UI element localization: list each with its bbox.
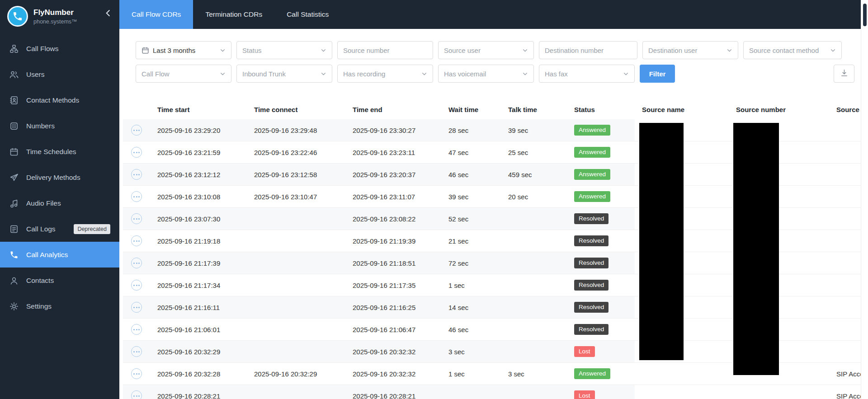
cell-time-end: 2025-09-16 21:06:47 bbox=[345, 319, 441, 340]
filter-button[interactable]: Filter bbox=[640, 65, 675, 83]
cell-actions bbox=[123, 319, 150, 340]
cell-source-number bbox=[729, 385, 829, 399]
destination-user-select[interactable]: Destination user bbox=[642, 41, 738, 59]
source-user-select[interactable]: Source user bbox=[438, 41, 534, 59]
row-actions-icon[interactable] bbox=[131, 258, 142, 268]
has-recording-select[interactable]: Has recording bbox=[337, 65, 433, 83]
cell-wait: 3 sec bbox=[441, 341, 501, 362]
row-actions-icon[interactable] bbox=[131, 235, 142, 246]
column-header-wait-time: Wait time bbox=[441, 99, 501, 119]
cell-talk bbox=[501, 230, 567, 252]
sidebar-item-settings[interactable]: Settings bbox=[0, 293, 119, 319]
cell-time-end: 2025-09-16 23:11:07 bbox=[345, 186, 441, 207]
cell-status: Lost bbox=[567, 385, 635, 399]
row-actions-icon[interactable] bbox=[131, 213, 142, 224]
cell-actions bbox=[123, 208, 150, 230]
chevron-down-icon bbox=[522, 71, 528, 77]
sidebar-item-time-schedules[interactable]: Time Schedules bbox=[0, 139, 119, 164]
cell-talk bbox=[501, 341, 567, 362]
sidebar-item-label: Call Flows bbox=[26, 45, 58, 53]
cell-actions bbox=[123, 363, 150, 385]
cell-talk: 3 sec bbox=[501, 363, 567, 385]
table-header-row: Time startTime connectTime endWait timeT… bbox=[123, 99, 868, 119]
status-badge: Answered bbox=[574, 368, 610, 379]
sidebar-item-numbers[interactable]: Numbers bbox=[0, 113, 119, 139]
sidebar-item-call-flows[interactable]: Call Flows bbox=[0, 36, 119, 61]
time-schedules-icon bbox=[9, 147, 19, 157]
sidebar-item-audio-files[interactable]: Audio Files bbox=[0, 190, 119, 216]
destination-number-input[interactable]: Destination number bbox=[539, 41, 637, 59]
tab-call-statistics[interactable]: Call Statistics bbox=[274, 0, 341, 29]
column-header-source-number: Source number bbox=[729, 99, 829, 119]
cell-time-end: 2025-09-16 20:32:32 bbox=[345, 363, 441, 385]
cell-talk bbox=[501, 319, 567, 340]
call-logs-icon bbox=[9, 224, 19, 234]
cell-talk: 20 sec bbox=[501, 186, 567, 207]
sidebar-item-contacts[interactable]: Contacts bbox=[0, 268, 119, 293]
row-actions-icon[interactable] bbox=[131, 346, 142, 357]
sidebar-item-label: Call Analytics bbox=[26, 251, 68, 259]
sidebar-item-call-analytics[interactable]: Call Analytics bbox=[0, 242, 119, 268]
status-badge: Resolved bbox=[574, 213, 609, 224]
row-actions-icon[interactable] bbox=[131, 302, 142, 313]
call-flow-select[interactable]: Call Flow bbox=[136, 65, 231, 83]
cell-time-start: 2025-09-16 20:32:28 bbox=[150, 363, 247, 385]
audio-files-icon bbox=[9, 198, 19, 208]
cell-time-end: 2025-09-16 23:20:37 bbox=[345, 164, 441, 185]
cell-time-start: 2025-09-16 23:10:08 bbox=[150, 186, 247, 207]
field-text: Destination number bbox=[545, 47, 632, 54]
row-actions-icon[interactable] bbox=[131, 125, 142, 136]
cell-time-connect: 2025-09-16 20:32:29 bbox=[247, 363, 345, 385]
status-select[interactable]: Status bbox=[236, 41, 332, 59]
cell-wait: 72 sec bbox=[441, 252, 501, 274]
sidebar-item-contact-methods[interactable]: Contact Methods bbox=[0, 87, 119, 113]
cell-source-name bbox=[635, 363, 729, 385]
row-actions-icon[interactable] bbox=[131, 390, 142, 399]
has-voicemail-select[interactable]: Has voicemail bbox=[438, 65, 534, 83]
date-range-select[interactable]: Last 3 months bbox=[136, 41, 231, 59]
cell-time-end: 2025-09-16 21:18:51 bbox=[345, 252, 441, 274]
cell-wait: 14 sec bbox=[441, 296, 501, 318]
collapse-sidebar-icon[interactable] bbox=[103, 8, 113, 18]
header-actions bbox=[123, 99, 150, 119]
cell-talk bbox=[501, 274, 567, 296]
row-actions-icon[interactable] bbox=[131, 191, 142, 202]
has-fax-select[interactable]: Has fax bbox=[539, 65, 635, 83]
numbers-icon bbox=[9, 121, 19, 131]
source-number-input[interactable]: Source number bbox=[337, 41, 433, 59]
contact-methods-icon bbox=[9, 95, 19, 105]
field-text: Source user bbox=[444, 47, 519, 54]
chevron-down-icon bbox=[220, 47, 226, 53]
row-actions-icon[interactable] bbox=[131, 280, 142, 291]
sidebar-item-label: Time Schedules bbox=[26, 148, 76, 156]
field-text: Has voicemail bbox=[444, 70, 519, 78]
cell-time-start: 2025-09-16 20:28:21 bbox=[150, 385, 247, 399]
brand-block: FlyNumber phone.systems™ bbox=[33, 8, 77, 24]
source-contact-method-select[interactable]: Source contact method bbox=[743, 41, 842, 59]
tab-label: Termination CDRs bbox=[205, 10, 262, 19]
inbound-trunk-select[interactable]: Inbound Trunk bbox=[236, 65, 332, 83]
row-actions-icon[interactable] bbox=[131, 368, 142, 379]
sidebar-item-delivery-methods[interactable]: Delivery Methods bbox=[0, 164, 119, 190]
sidebar-item-users[interactable]: Users bbox=[0, 61, 119, 87]
table-row[interactable]: 2025-09-16 20:28:212025-09-16 20:28:21Lo… bbox=[123, 385, 868, 399]
scrollbar-thumb[interactable] bbox=[863, 4, 867, 26]
export-download-button[interactable] bbox=[834, 65, 854, 83]
row-actions-icon[interactable] bbox=[131, 324, 142, 335]
tab-termination-cdrs[interactable]: Termination CDRs bbox=[193, 0, 274, 29]
chevron-down-icon bbox=[321, 71, 326, 77]
status-badge: Answered bbox=[574, 125, 610, 136]
cell-time-connect bbox=[247, 296, 345, 318]
tab-call-flow-cdrs[interactable]: Call Flow CDRs bbox=[119, 0, 193, 29]
sidebar-item-call-logs[interactable]: Call Logs Deprecated bbox=[0, 216, 119, 242]
tab-label: Call Statistics bbox=[287, 10, 329, 19]
users-icon bbox=[9, 70, 19, 80]
redaction-overlay-source-number bbox=[733, 123, 779, 375]
sidebar-item-label: Delivery Methods bbox=[26, 174, 80, 182]
row-actions-icon[interactable] bbox=[131, 169, 142, 180]
vertical-scrollbar[interactable] bbox=[861, 0, 868, 399]
row-actions-icon[interactable] bbox=[131, 147, 142, 158]
sidebar-item-label: Audio Files bbox=[26, 199, 61, 207]
cell-talk bbox=[501, 385, 567, 399]
status-badge: Answered bbox=[574, 147, 610, 158]
